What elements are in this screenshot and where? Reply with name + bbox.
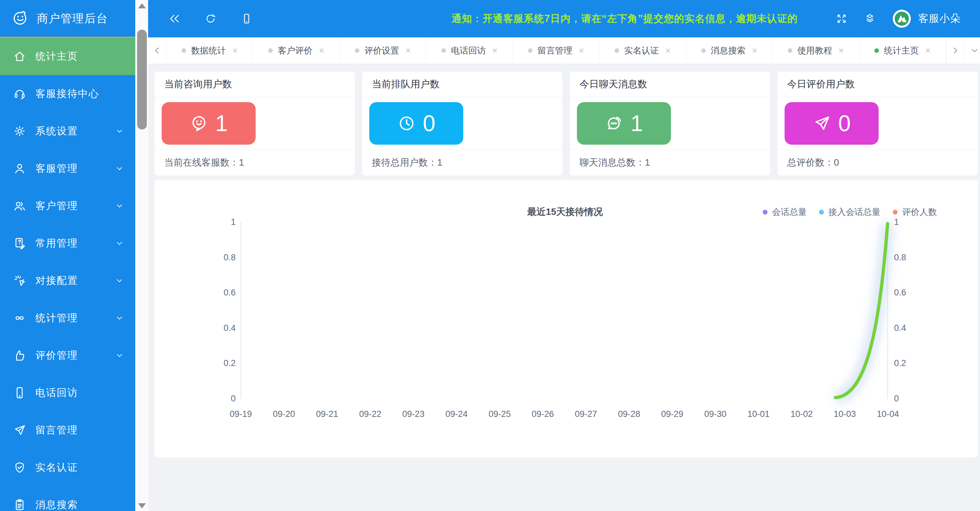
y-axis-tick-right: 1 (894, 217, 899, 227)
sidebar-item-system-settings[interactable]: 系统设置 (0, 112, 135, 150)
user-menu[interactable]: 客服小朵 (892, 10, 961, 28)
stat-card-queued-users: 当前排队用户数 0 接待总用户数：1 (362, 72, 562, 176)
sidebar-scrollbar[interactable] (135, 0, 148, 511)
layers-icon[interactable] (864, 13, 876, 24)
chevron-right-icon (951, 46, 959, 55)
mobile-preview-icon[interactable] (241, 13, 252, 24)
close-icon[interactable]: × (838, 45, 844, 56)
tab-customer-review[interactable]: 客户评价× (253, 37, 340, 64)
scroll-down-arrow-icon[interactable] (138, 503, 146, 508)
tab-data-stats[interactable]: 数据统计× (167, 37, 253, 64)
user-name: 客服小朵 (918, 11, 961, 26)
tab-message-management[interactable]: 留言管理× (513, 37, 600, 64)
close-icon[interactable]: × (925, 45, 931, 56)
sidebar-item-label: 评价管理 (35, 349, 78, 362)
sidebar-item-customer-management[interactable]: 客户管理 (0, 187, 135, 225)
card-title: 今日评价用户数 (787, 78, 855, 91)
stat-card-review-users: 今日评价用户数 0 总评价数：0 (778, 72, 978, 176)
x-axis-tick: 09-22 (359, 409, 381, 419)
tab-message-search[interactable]: 消息搜索× (686, 37, 773, 64)
sidebar-item-real-name-auth[interactable]: 实名认证 (0, 449, 135, 486)
x-axis-tick: 09-28 (618, 409, 640, 419)
chevron-down-icon (115, 238, 124, 248)
close-icon[interactable]: × (232, 45, 238, 56)
close-icon[interactable]: × (665, 45, 671, 56)
sidebar-item-stats-management[interactable]: 统计管理 (0, 299, 135, 337)
close-icon[interactable]: × (579, 45, 584, 56)
sidebar-item-common-management[interactable]: 常用管理 (0, 225, 135, 262)
tab-status-dot (788, 48, 792, 53)
close-icon[interactable]: × (492, 45, 497, 56)
scrollbar-thumb[interactable] (137, 30, 147, 129)
y-axis-tick: 1 (210, 217, 235, 227)
sidebar-item-message-management[interactable]: 留言管理 (0, 412, 135, 449)
tab-phone-callback[interactable]: 电话回访× (426, 37, 513, 64)
sidebar-item-label: 统计主页 (35, 50, 78, 63)
tab-real-name-auth[interactable]: 实名认证× (600, 37, 686, 64)
chevron-down-icon (115, 313, 124, 323)
tab-stats-home[interactable]: 统计主页× (859, 37, 946, 64)
mobile-icon (13, 386, 26, 399)
x-axis-tick: 09-21 (316, 409, 338, 419)
card-footer: 聊天消息总数：1 (570, 150, 770, 176)
sidebar-item-agent-management[interactable]: 客服管理 (0, 150, 135, 187)
y-axis-tick-right: 0.2 (894, 358, 906, 368)
tab-label: 使用教程 (797, 45, 832, 56)
thumb-up-icon (13, 349, 26, 362)
sidebar-menu: 统计主页 客服接待中心 系统设置 客服管理 客户管理 (0, 38, 135, 511)
sidebar-item-label: 电话回访 (35, 386, 78, 399)
close-icon[interactable]: × (319, 45, 324, 56)
scroll-up-arrow-icon[interactable] (138, 3, 146, 8)
y-axis-tick: 0.8 (210, 252, 235, 263)
tab-status-dot (441, 48, 446, 53)
chart-card: 最近15天接待情况 会话总量 接入会话总量 评价人数 (154, 180, 978, 458)
close-icon[interactable]: × (406, 45, 411, 56)
fullscreen-icon[interactable] (836, 13, 847, 24)
sidebar-item-service-center[interactable]: 客服接待中心 (0, 75, 135, 112)
tab-review-settings[interactable]: 评价设置× (340, 37, 426, 64)
smiley-logo-icon (11, 10, 29, 27)
y-axis-tick: 0.4 (210, 323, 235, 333)
tabs-scroll-right-button[interactable] (946, 37, 964, 64)
sidebar-item-label: 系统设置 (35, 125, 78, 138)
chevron-down-icon (115, 351, 124, 360)
clipboard-icon (13, 498, 26, 511)
stat-card-consulting-users: 当前咨询用户数 1 当前在线客服数：1 (154, 72, 355, 176)
sidebar-item-label: 常用管理 (35, 236, 78, 250)
tab-status-dot (355, 48, 359, 53)
tab-status-dot (181, 48, 186, 53)
y-axis-tick: 0 (210, 394, 235, 404)
user-icon (13, 162, 26, 175)
sidebar-item-review-management[interactable]: 评价管理 (0, 337, 135, 374)
x-axis-tick: 09-24 (445, 409, 468, 419)
x-axis-tick: 09-29 (661, 409, 683, 419)
refresh-icon[interactable] (205, 13, 216, 24)
tabs-scroll-left-button[interactable] (148, 37, 167, 64)
stat-badge: 1 (162, 102, 256, 145)
y-axis-tick: 0.6 (210, 288, 235, 298)
tab-bar: 数据统计× 客户评价× 评价设置× 电话回访× 留言管理× 实名认证× 消息搜索… (148, 37, 980, 64)
chevron-down-icon (970, 46, 979, 55)
sidebar-item-integration-config[interactable]: 对接配置 (0, 262, 135, 299)
tab-status-dot (528, 48, 533, 53)
tab-label: 电话回访 (451, 45, 486, 56)
sidebar-item-phone-callback[interactable]: 电话回访 (0, 374, 135, 412)
doc-question-icon (13, 236, 26, 250)
tab-tutorial[interactable]: 使用教程× (773, 37, 859, 64)
sidebar-item-label: 实名认证 (35, 461, 78, 474)
tab-label: 统计主页 (884, 45, 919, 56)
tab-label: 消息搜索 (711, 45, 746, 56)
sidebar-item-stats-home[interactable]: 统计主页 (0, 38, 135, 75)
sidebar-item-message-search[interactable]: 消息搜索 (0, 486, 135, 511)
y-axis-tick-right: 0.6 (894, 288, 906, 298)
tab-status-dot (615, 48, 619, 53)
top-header: 通知：开通客服系统7日内，请在“左下角”提交您的实名信息，逾期未认证的 客服小朵 (148, 0, 980, 37)
y-axis-tick-right: 0.4 (894, 323, 906, 333)
close-icon[interactable]: × (752, 45, 757, 56)
chevron-down-icon (115, 126, 124, 136)
header-right-actions: 客服小朵 (836, 0, 961, 37)
card-title: 当前咨询用户数 (164, 78, 232, 91)
card-title: 今日聊天消息数 (579, 78, 647, 91)
tabs-dropdown-button[interactable] (964, 37, 980, 64)
collapse-sidebar-icon[interactable] (169, 13, 180, 24)
